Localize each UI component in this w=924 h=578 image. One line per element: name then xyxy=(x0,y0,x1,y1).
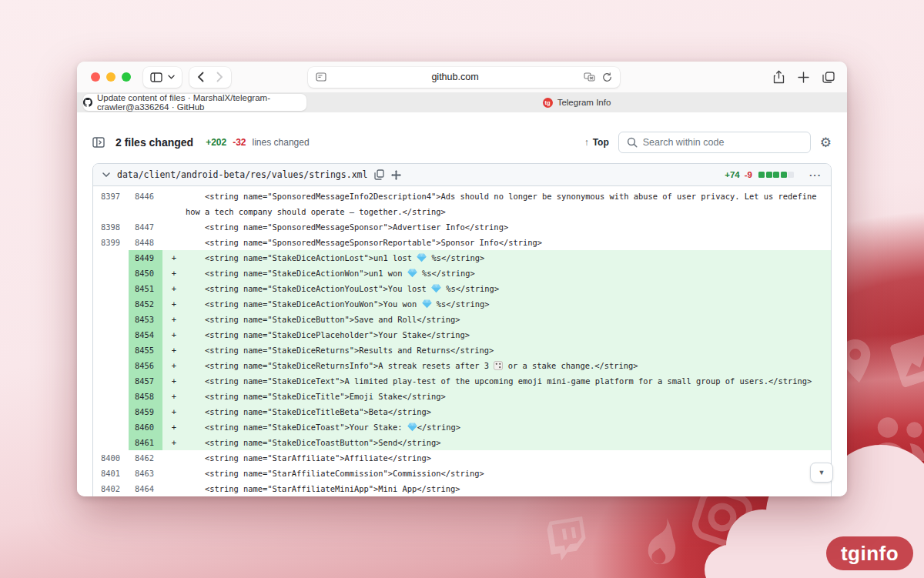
url-text: github.com xyxy=(431,72,478,82)
file-path[interactable]: data/client/android-beta/res/values/stri… xyxy=(117,169,367,180)
drag-move-icon[interactable] xyxy=(391,170,401,180)
old-line-number[interactable]: 8398 xyxy=(93,219,129,235)
back-button[interactable] xyxy=(197,72,204,82)
diff-sign: + xyxy=(162,419,186,435)
lines-changed-label: lines changed xyxy=(253,137,310,148)
new-line-number[interactable]: 8459 xyxy=(129,404,162,419)
diff-row: 8450+ <string name="StakeDiceActionWon">… xyxy=(93,266,831,281)
new-line-number[interactable]: 8452 xyxy=(129,296,162,312)
diff-sign: + xyxy=(162,342,186,358)
diffstat-block-green xyxy=(781,172,787,178)
gem-emoji xyxy=(417,253,427,262)
total-additions: +202 xyxy=(206,137,226,148)
flame-icon xyxy=(634,514,688,575)
scroll-to-top-button[interactable]: ↑ Top xyxy=(584,137,609,148)
gear-icon[interactable]: ⚙ xyxy=(820,136,832,149)
code-line: <string name="StakeDiceReturnsInfo">A st… xyxy=(186,358,831,373)
files-changed-title: 2 files changed xyxy=(116,136,193,149)
tab-github[interactable]: Update content of files · MarshalX/teleg… xyxy=(83,94,306,111)
diff-row: 8458+ <string name="StakeDiceTitle">Emoj… xyxy=(93,389,831,404)
new-line-number[interactable]: 8453 xyxy=(129,312,162,327)
close-window-button[interactable] xyxy=(91,72,100,82)
diff-sign: + xyxy=(162,404,186,419)
reload-icon[interactable] xyxy=(602,72,612,82)
code-line: <string name="SponsoredMessageSponsorRep… xyxy=(186,235,831,250)
minimize-window-button[interactable] xyxy=(106,72,116,82)
file-deletions: -9 xyxy=(745,170,752,179)
new-line-number[interactable]: 8461 xyxy=(129,435,162,450)
gem-emoji xyxy=(407,423,417,432)
new-line-number[interactable]: 8455 xyxy=(129,342,162,358)
code-line: <string name="StakeDiceActionYouWon">You… xyxy=(186,296,831,312)
new-tab-icon[interactable] xyxy=(798,72,809,83)
page-settings-icon[interactable] xyxy=(316,72,326,82)
share-icon[interactable] xyxy=(773,70,785,84)
diff-row: 8461+ <string name="StakeDiceToastButton… xyxy=(93,435,831,450)
file-tree-toggle-icon[interactable] xyxy=(92,137,105,148)
code-line: <string name="SponsoredMessageInfo2Descr… xyxy=(186,189,831,219)
old-line-number[interactable]: 8397 xyxy=(93,189,129,204)
tab-telegram-info[interactable]: tg Telegram Info xyxy=(306,94,847,111)
new-line-number[interactable]: 8463 xyxy=(129,466,162,481)
code-line: <string name="StakeDiceTitleBeta">Beta</… xyxy=(186,404,831,419)
diff-sign: + xyxy=(162,327,186,342)
sidebar-toggle[interactable] xyxy=(143,67,182,88)
scroll-down-button[interactable]: ▼ xyxy=(810,463,833,483)
diff-row: 84018463 <string name="StarAffiliateComm… xyxy=(93,466,831,481)
chevron-down-icon xyxy=(168,75,175,79)
old-line-number[interactable]: 8399 xyxy=(93,235,129,250)
diffstat-blocks xyxy=(758,172,794,178)
new-line-number[interactable]: 8457 xyxy=(129,373,162,389)
search-input[interactable] xyxy=(643,137,802,148)
diff-sign: + xyxy=(162,312,186,327)
diff-row: 8457+ <string name="StakeDiceText">A lim… xyxy=(93,373,831,389)
zoom-window-button[interactable] xyxy=(122,72,131,82)
diffstat-block-green xyxy=(766,172,772,178)
new-line-number[interactable]: 8464 xyxy=(129,481,162,496)
diff-sign: + xyxy=(162,266,186,281)
new-line-number[interactable]: 8446 xyxy=(129,189,162,204)
code-line: <string name="StakeDiceActionYouLost">Yo… xyxy=(186,281,831,296)
search-within-code-box[interactable] xyxy=(618,132,811,153)
diff-sign: + xyxy=(162,435,186,450)
diff-row: 83978446 <string name="SponsoredMessageI… xyxy=(93,189,831,219)
desktop-background: { "browser": { "url_text": "github.com",… xyxy=(0,0,924,578)
diff-row: 8456+ <string name="StakeDiceReturnsInfo… xyxy=(93,358,831,373)
code-line: <string name="StakeDicePlaceholder">Your… xyxy=(186,327,831,342)
github-favicon xyxy=(83,98,92,107)
browser-toolbar: github.com xyxy=(77,62,847,92)
old-line-number[interactable]: 8400 xyxy=(93,450,129,466)
gem-emoji xyxy=(431,284,441,293)
translate-icon[interactable] xyxy=(584,72,595,82)
search-icon xyxy=(627,137,638,148)
code-line: <string name="StakeDiceButton">Save and … xyxy=(186,312,831,327)
diff-row: 83988447 <string name="SponsoredMessageS… xyxy=(93,219,831,235)
address-bar[interactable]: github.com xyxy=(308,67,620,88)
kebab-menu[interactable]: ··· xyxy=(809,169,822,181)
new-line-number[interactable]: 8448 xyxy=(129,235,162,250)
old-line-number[interactable]: 8401 xyxy=(93,466,129,481)
code-line: <string name="StakeDiceToast">Your Stake… xyxy=(186,419,831,435)
nav-buttons xyxy=(189,67,231,88)
diff-row: 83998448 <string name="SponsoredMessageS… xyxy=(93,235,831,250)
new-line-number[interactable]: 8451 xyxy=(129,281,162,296)
new-line-number[interactable]: 8460 xyxy=(129,419,162,435)
gem-emoji xyxy=(407,269,417,278)
new-line-number[interactable]: 8449 xyxy=(129,250,162,266)
forward-button[interactable] xyxy=(216,72,223,82)
new-line-number[interactable]: 8454 xyxy=(129,327,162,342)
new-line-number[interactable]: 8458 xyxy=(129,389,162,404)
tab-overview-icon[interactable] xyxy=(822,72,835,83)
new-line-number[interactable]: 8447 xyxy=(129,219,162,235)
diff-row: 8459+ <string name="StakeDiceTitleBeta">… xyxy=(93,404,831,419)
diff-row: 8449+ <string name="StakeDiceActionLost"… xyxy=(93,250,831,266)
new-line-number[interactable]: 8450 xyxy=(129,266,162,281)
telegram-info-favicon: tg xyxy=(543,98,553,108)
copy-path-icon[interactable] xyxy=(374,169,384,180)
old-line-number[interactable]: 8402 xyxy=(93,481,129,496)
new-line-number[interactable]: 8456 xyxy=(129,358,162,373)
code-line: <string name="StarAffiliate">Affiliate</… xyxy=(186,450,831,466)
code-line: <string name="StakeDiceActionLost">un1 l… xyxy=(186,250,831,266)
new-line-number[interactable]: 8462 xyxy=(129,450,162,466)
collapse-file-icon[interactable] xyxy=(102,172,110,177)
